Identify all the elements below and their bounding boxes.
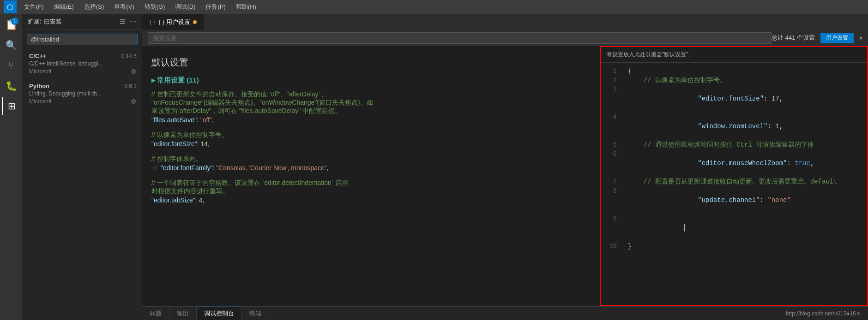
line-num-7: 7 xyxy=(601,177,624,186)
gear-icon-python[interactable]: ⚙ xyxy=(131,98,137,105)
setting-tabsize: // 一个制表符等于的空格数。该设置在 `editor.detectIndent… xyxy=(151,179,591,204)
line-num-1: 1 xyxy=(601,66,624,76)
menu-help[interactable]: 帮助(H) xyxy=(234,2,258,12)
code-line-7: 7 // 配置是否从更新通道接收自动更新。更改后需要重启。default xyxy=(601,177,867,186)
code-line-9: 9 xyxy=(601,214,867,242)
extension-cpp-desc: C/C++ IntelliSense, debuggi... xyxy=(29,60,137,67)
tab-modified-dot xyxy=(193,20,197,24)
bottom-tab-problems[interactable]: 问题 xyxy=(142,307,169,320)
cursor xyxy=(684,224,685,231)
user-settings-hint: 将设置放入此处以覆盖"默认设置"。 xyxy=(601,47,867,63)
toolbar-chevron[interactable]: ▾ xyxy=(859,34,862,41)
extension-search-input[interactable] xyxy=(27,34,138,45)
setting-fontsize-line: "editor.fontSize": 14, xyxy=(151,140,591,148)
menu-bar[interactable]: 文件(F) 编辑(E) 选择(S) 查看(V) 转到(G) 调试(D) 任务(P… xyxy=(22,2,258,12)
line-num-5: 5 xyxy=(601,140,624,149)
line-content-4: "window.zoomLevel": 1, xyxy=(624,113,867,140)
menu-goto[interactable]: 转到(G) xyxy=(143,2,167,12)
bottom-right-text: http://blog.csdn.net/u013●16✕ xyxy=(786,310,868,317)
line-content-6: "editor.mouseWheelZoom": true, xyxy=(624,149,867,177)
tab-user-settings[interactable]: {} { } 用户设置 xyxy=(142,14,204,30)
gear-icon-cpp[interactable]: ⚙ xyxy=(131,68,137,75)
menu-edit[interactable]: 编辑(E) xyxy=(52,2,76,12)
line-num-2: 2 xyxy=(601,76,624,85)
menu-select[interactable]: 选择(S) xyxy=(82,2,106,12)
more-icon[interactable]: ··· xyxy=(130,18,137,25)
setting-tabsize-comment: // 一个制表符等于的空格数。该设置在 `editor.detectIndent… xyxy=(151,179,591,196)
bottom-tab-debug-console[interactable]: 调试控制台 xyxy=(197,307,242,320)
editor-area: {} { } 用户设置 总计 441 个设置 用户设置 ▾ 默认设置 xyxy=(142,14,868,320)
line-num-6: 6 xyxy=(601,149,624,177)
setting-tabsize-line: "editor.tabSize": 4, xyxy=(151,196,591,204)
code-line-5: 5 // 通过使用鼠标滚轮同时按住 Ctrl 可缩放编辑器的字体 xyxy=(601,140,867,149)
sort-icon[interactable]: ☰ xyxy=(120,18,126,25)
line-content-7: // 配置是否从更新通道接收自动更新。更改后需要重启。default xyxy=(624,177,867,186)
default-settings-title: 默认设置 xyxy=(151,56,591,69)
setting-fontfamily: // 控制字体系列。 ◁ "editor.fontFamily": "Conso… xyxy=(151,155,591,172)
sidebar: 扩展: 已安装 ☰ ··· C/C++ 0.14.5 C/C++ Intelli… xyxy=(22,14,142,320)
menu-task[interactable]: 任务(P) xyxy=(204,2,227,12)
extension-item-python[interactable]: Python 0.9.1 Linting, Debugging (multi-t… xyxy=(22,79,142,109)
settings-count: 总计 441 个设置 xyxy=(772,34,815,42)
title-bar: ⬡ 文件(F) 编辑(E) 选择(S) 查看(V) 转到(G) 调试(D) 任务… xyxy=(0,0,868,14)
menu-view[interactable]: 查看(V) xyxy=(112,2,136,12)
sidebar-title: 扩展: 已安装 xyxy=(28,18,62,26)
line-content-8: "update.channel": "none" xyxy=(624,186,867,214)
line-num-10: 10 xyxy=(601,242,624,251)
extension-cpp-publisher: Microsoft ⚙ xyxy=(29,68,137,75)
explorer-badge: 1 xyxy=(11,18,18,25)
line-num-3: 3 xyxy=(601,85,624,113)
extension-python-header: Python 0.9.1 xyxy=(29,83,137,89)
tab-label: { } 用户设置 xyxy=(159,18,190,26)
line-content-5: // 通过使用鼠标滚轮同时按住 Ctrl 可缩放编辑器的字体 xyxy=(624,140,867,149)
user-settings-panel: 将设置放入此处以覆盖"默认设置"。 1 { 2 // 以像素为单位控制字号。 xyxy=(600,46,868,306)
settings-search-input[interactable] xyxy=(148,32,772,44)
extension-python-name: Python xyxy=(29,83,49,89)
extension-cpp-name: C/C++ xyxy=(29,53,47,59)
activity-bar: 📋 1 🔍 ⑂ 🐛 ⊞ xyxy=(0,14,22,320)
extension-cpp-header: C/C++ 0.14.5 xyxy=(29,53,137,59)
sidebar-search xyxy=(22,30,142,49)
code-line-8: 8 "update.channel": "none" xyxy=(601,186,867,214)
extension-python-publisher: Microsoft ⚙ xyxy=(29,98,137,105)
user-settings-tab[interactable]: 用户设置 xyxy=(820,33,854,43)
code-line-1: 1 { xyxy=(601,66,867,76)
editor-toolbar: 总计 441 个设置 用户设置 ▾ xyxy=(142,30,868,46)
activity-extensions[interactable]: ⊞ xyxy=(2,97,20,115)
line-content-2: // 以像素为单位控制字号。 xyxy=(624,76,867,85)
line-content-10: } xyxy=(624,242,867,251)
line-num-9: 9 xyxy=(601,214,624,242)
line-content-3: "editor.fontSize": 17, xyxy=(624,85,867,113)
extension-cpp-version: 0.14.5 xyxy=(121,53,137,59)
sidebar-header-icons: ☰ ··· xyxy=(120,18,137,25)
tab-icon: {} xyxy=(149,19,156,26)
common-settings-header: 常用设置 (11) xyxy=(151,76,591,85)
bottom-tabs: 问题 输出 调试控制台 终端 xyxy=(142,307,269,320)
setting-fontsize-comment: // 以像素为单位控制字号。 xyxy=(151,131,591,139)
setting-autosave-comment: // 控制已更新文件的自动保存。接受的值:"off"、"afterDelay"、… xyxy=(151,90,591,115)
editor-content: 默认设置 常用设置 (11) // 控制已更新文件的自动保存。接受的值:"off… xyxy=(142,46,868,306)
user-settings-editor[interactable]: 1 { 2 // 以像素为单位控制字号。 3 "editor.fontSize"… xyxy=(601,63,867,305)
main-layout: 📋 1 🔍 ⑂ 🐛 ⊞ 扩展: 已安装 ☰ ··· xyxy=(0,14,868,320)
menu-file[interactable]: 文件(F) xyxy=(22,2,46,12)
extension-item-cpp[interactable]: C/C++ 0.14.5 C/C++ IntelliSense, debuggi… xyxy=(22,49,142,79)
line-num-8: 8 xyxy=(601,186,624,214)
activity-explorer[interactable]: 📋 1 xyxy=(2,16,20,34)
bottom-tab-terminal[interactable]: 终端 xyxy=(242,307,269,320)
default-settings-content: 默认设置 常用设置 (11) // 控制已更新文件的自动保存。接受的值:"off… xyxy=(142,51,600,217)
code-line-4: 4 "window.zoomLevel": 1, xyxy=(601,113,867,140)
activity-search[interactable]: 🔍 xyxy=(2,36,20,54)
toolbar-right: 总计 441 个设置 用户设置 ▾ xyxy=(772,33,862,43)
sidebar-header: 扩展: 已安装 ☰ ··· xyxy=(22,14,142,30)
activity-source-control[interactable]: ⑂ xyxy=(2,56,20,75)
setting-fontsize: // 以像素为单位控制字号。 "editor.fontSize": 14, xyxy=(151,131,591,148)
code-line-3: 3 "editor.fontSize": 17, xyxy=(601,85,867,113)
setting-autosave: // 控制已更新文件的自动保存。接受的值:"off"、"afterDelay"、… xyxy=(151,90,591,124)
bottom-panel: 问题 输出 调试控制台 终端 http://blog.csdn.net/u013… xyxy=(142,306,868,320)
code-line-6: 6 "editor.mouseWheelZoom": true, xyxy=(601,149,867,177)
activity-debug[interactable]: 🐛 xyxy=(2,77,20,95)
setting-fontfamily-comment: // 控制字体系列。 xyxy=(151,155,591,163)
menu-debug[interactable]: 调试(D) xyxy=(173,2,197,12)
extension-python-desc: Linting, Debugging (multi-th... xyxy=(29,90,137,97)
bottom-tab-output[interactable]: 输出 xyxy=(169,307,197,320)
